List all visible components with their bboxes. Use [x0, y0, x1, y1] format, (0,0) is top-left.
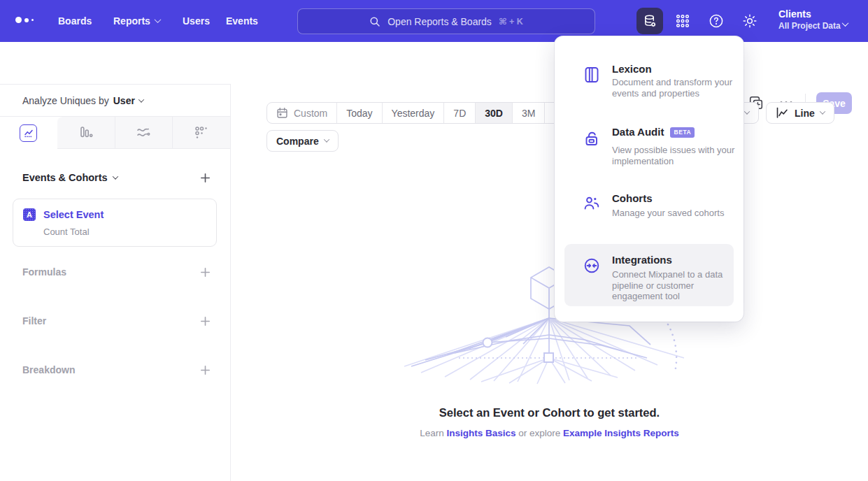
search-placeholder: Open Reports & Boards [387, 16, 492, 27]
chart-style-dropdown[interactable]: Line [766, 102, 834, 124]
add-breakdown-button[interactable] [200, 365, 211, 375]
flow-chart-icon [135, 124, 152, 141]
analyze-value-dropdown[interactable]: User [113, 95, 143, 106]
data-management-menu: Lexicon Document and transform your even… [555, 36, 744, 322]
data-management-icon[interactable] [636, 8, 663, 34]
range-30d[interactable]: 30D [475, 103, 512, 123]
formulas-row: Formulas [22, 266, 211, 278]
event-metric[interactable]: Count Total [43, 227, 206, 237]
line-chart-icon [20, 124, 37, 142]
analyze-uniques-row: Analyze Uniques by User [0, 85, 230, 117]
insights-basics-link[interactable]: Insights Basics [446, 428, 515, 438]
chart-type-tabs [0, 117, 230, 149]
filter-row: Filter [22, 315, 211, 326]
chevron-down-icon [744, 108, 750, 114]
events-cohorts-header: Events & Cohorts [22, 172, 211, 183]
event-letter-badge: A [23, 208, 36, 221]
empty-state-title: Select an Event or Cohort to get started… [231, 406, 868, 419]
menu-item-data-audit[interactable]: Data AuditBETA View possible issues with… [564, 119, 734, 171]
date-range-control: Custom Today Yesterday 7D 30D 3M 6M [266, 102, 578, 124]
top-navbar: Boards Reports Users Events Open Reports… [0, 0, 868, 42]
range-yesterday[interactable]: Yesterday [382, 103, 444, 123]
chevron-down-icon [138, 96, 144, 102]
query-builder-sidebar: Analyze Uniques by User [0, 84, 231, 481]
chevron-down-icon [820, 108, 825, 114]
breakdown-row: Breakdown [22, 364, 211, 375]
metric-grid-icon [194, 125, 209, 141]
nav-item-users[interactable]: Users [183, 0, 210, 42]
apps-grid-icon[interactable] [669, 8, 696, 34]
global-search-input[interactable]: Open Reports & Boards ⌘ + K [297, 8, 595, 34]
chevron-down-icon [112, 173, 118, 179]
events-cohorts-toggle[interactable]: Events & Cohorts [22, 172, 118, 183]
nav-item-boards[interactable]: Boards [58, 0, 92, 42]
example-reports-link[interactable]: Example Insights Reports [563, 428, 679, 438]
tab-bar-chart[interactable] [57, 117, 115, 149]
range-today[interactable]: Today [336, 103, 381, 123]
range-custom[interactable]: Custom [267, 103, 336, 123]
book-icon [583, 66, 601, 84]
audit-icon [583, 130, 601, 148]
add-filter-button[interactable] [200, 316, 211, 326]
search-icon [369, 16, 380, 27]
line-chart-icon [776, 107, 789, 119]
menu-item-lexicon[interactable]: Lexicon Document and transform your even… [564, 56, 734, 108]
add-formula-button[interactable] [200, 267, 211, 278]
project-scope: All Project Data [778, 20, 841, 31]
select-event-card[interactable]: A Select Event Count Total [13, 199, 217, 247]
calendar-icon [276, 107, 288, 119]
tab-line-chart[interactable] [0, 117, 57, 149]
nav-item-reports[interactable]: Reports [113, 0, 160, 42]
compare-button[interactable]: Compare [266, 130, 339, 152]
select-event-label[interactable]: Select Event [43, 209, 104, 220]
tab-metric-grid[interactable] [172, 117, 230, 149]
bar-chart-icon [78, 124, 94, 141]
sync-icon [583, 257, 601, 275]
range-7d[interactable]: 7D [443, 103, 475, 123]
tab-flow-chart[interactable] [115, 117, 173, 149]
empty-state-links: Learn Insights Basics or explore Example… [231, 428, 868, 438]
analyze-label: Analyze Uniques by [22, 95, 109, 106]
people-icon [583, 194, 601, 213]
nav-item-events[interactable]: Events [226, 0, 258, 42]
mixpanel-logo[interactable] [15, 17, 34, 23]
settings-gear-icon[interactable] [737, 8, 763, 34]
beta-badge: BETA [670, 127, 695, 138]
menu-item-cohorts[interactable]: Cohorts Manage your saved cohorts [564, 185, 734, 223]
search-shortcut: ⌘ + K [499, 16, 523, 27]
project-selector[interactable]: Clients All Project Data [778, 8, 841, 31]
chevron-down-icon [323, 136, 329, 142]
chevron-down-icon [842, 20, 849, 27]
chevron-down-icon [154, 16, 161, 23]
range-3m[interactable]: 3M [512, 103, 544, 123]
add-event-button[interactable] [200, 173, 211, 183]
org-name: Clients [778, 8, 841, 20]
menu-item-integrations[interactable]: Integrations Connect Mixpanel to a data … [564, 244, 734, 306]
help-icon[interactable] [703, 8, 730, 34]
